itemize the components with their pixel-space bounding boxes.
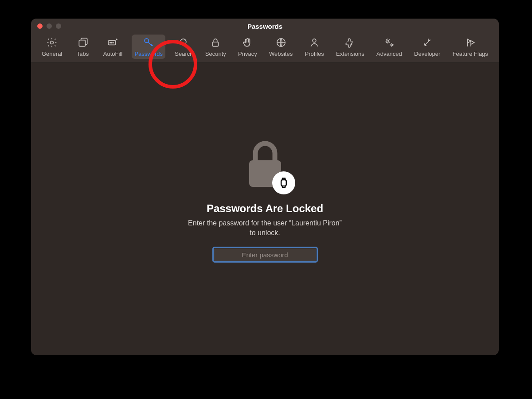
person-icon bbox=[308, 36, 321, 49]
tab-extensions[interactable]: Extensions bbox=[333, 35, 367, 59]
gears-icon bbox=[383, 36, 396, 49]
tab-label: Developer bbox=[414, 50, 440, 57]
tab-label: General bbox=[42, 50, 62, 57]
minimize-window-button[interactable] bbox=[47, 23, 52, 29]
puzzle-icon bbox=[344, 36, 357, 49]
tab-developer[interactable]: Developer bbox=[411, 35, 443, 59]
tab-label: Profiles bbox=[305, 50, 324, 57]
locked-subtitle: Enter the password for the user “Laurent… bbox=[185, 218, 345, 237]
close-window-button[interactable] bbox=[37, 23, 43, 29]
tab-websites[interactable]: Websites bbox=[266, 35, 295, 59]
preferences-window: Passwords General Tabs AutoFill Passwo bbox=[31, 19, 499, 355]
svg-point-3 bbox=[110, 43, 111, 43]
flags-icon bbox=[464, 36, 477, 49]
window-controls bbox=[37, 23, 61, 29]
tab-label: AutoFill bbox=[103, 50, 122, 57]
svg-point-7 bbox=[180, 39, 186, 45]
locked-title: Passwords Are Locked bbox=[207, 202, 323, 215]
tab-search[interactable]: Search bbox=[172, 35, 196, 59]
autofill-icon bbox=[106, 36, 119, 49]
tab-feature-flags[interactable]: Feature Flags bbox=[450, 35, 491, 59]
tab-autofill[interactable]: AutoFill bbox=[101, 35, 125, 59]
tab-label: Extensions bbox=[336, 50, 364, 57]
gear-icon bbox=[45, 36, 59, 49]
window-title: Passwords bbox=[247, 23, 282, 30]
svg-rect-1 bbox=[79, 40, 85, 46]
svg-rect-8 bbox=[213, 42, 219, 46]
svg-point-4 bbox=[111, 43, 112, 43]
svg-rect-14 bbox=[281, 180, 286, 186]
svg-point-11 bbox=[387, 40, 389, 42]
tab-privacy[interactable]: Privacy bbox=[235, 35, 260, 59]
tab-label: Security bbox=[205, 50, 226, 57]
lock-icon bbox=[209, 36, 222, 49]
preferences-toolbar: General Tabs AutoFill Passwords Search bbox=[31, 34, 499, 63]
svg-point-5 bbox=[113, 43, 114, 43]
tab-label: Search bbox=[175, 50, 193, 57]
hand-icon bbox=[241, 36, 254, 49]
titlebar: Passwords bbox=[31, 19, 499, 34]
svg-point-10 bbox=[313, 39, 316, 43]
tab-advanced[interactable]: Advanced bbox=[374, 35, 405, 59]
tab-label: Feature Flags bbox=[453, 50, 488, 57]
tab-profiles[interactable]: Profiles bbox=[302, 35, 326, 59]
tab-label: Advanced bbox=[376, 50, 402, 57]
svg-point-12 bbox=[391, 44, 392, 46]
key-icon bbox=[142, 36, 155, 49]
password-input[interactable] bbox=[214, 248, 317, 261]
svg-point-6 bbox=[145, 39, 149, 43]
lock-illustration bbox=[243, 138, 287, 189]
tabs-icon bbox=[76, 36, 90, 49]
tab-label: Tabs bbox=[77, 50, 89, 57]
tab-general[interactable]: General bbox=[39, 35, 65, 59]
svg-point-0 bbox=[51, 41, 54, 44]
tab-tabs[interactable]: Tabs bbox=[72, 35, 94, 59]
globe-icon bbox=[274, 36, 288, 49]
tab-security[interactable]: Security bbox=[203, 35, 229, 59]
zoom-window-button[interactable] bbox=[56, 23, 61, 29]
tab-label: Websites bbox=[269, 50, 293, 57]
tab-label: Privacy bbox=[238, 50, 257, 57]
search-icon bbox=[177, 36, 191, 49]
tab-label: Passwords bbox=[134, 50, 163, 57]
tools-icon bbox=[421, 36, 434, 49]
locked-panel: Passwords Are Locked Enter the password … bbox=[31, 63, 499, 355]
tab-passwords[interactable]: Passwords bbox=[132, 35, 165, 59]
watch-badge-icon bbox=[272, 171, 295, 194]
